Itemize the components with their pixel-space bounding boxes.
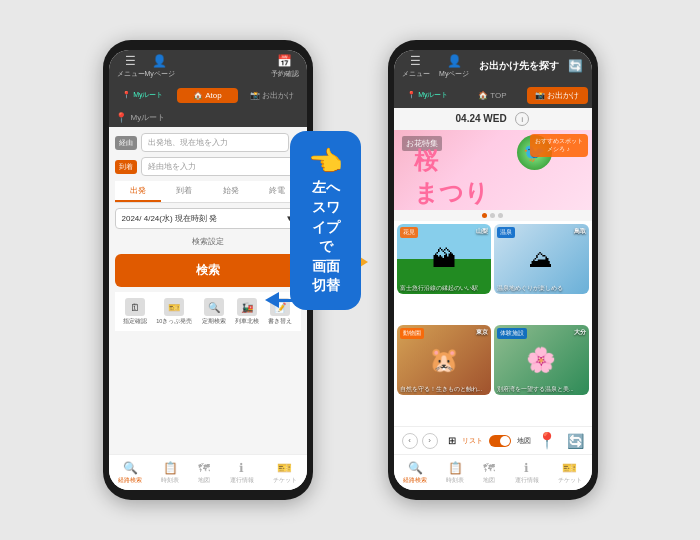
view-toggle-bar: ‹ › ⊞ リスト 地図 📍 🔄 xyxy=(394,426,592,454)
nav-map-right[interactable]: 🗺 地図 xyxy=(483,461,495,485)
to-row: 到着 経由地を入力 xyxy=(115,157,301,176)
right-content: お花特集 桜まつり 🐦 おすすめスポット メシろ ♪ xyxy=(394,130,592,454)
dep-tab-departure[interactable]: 出発 xyxy=(115,181,162,202)
right-phone: ☰ メニュー 👤 Myページ お出かけ先を探す 🔄 📍Myルート 🏠TOP xyxy=(388,40,598,500)
left-tab-bar: 📍Myルート 🏠Atop 📸お出かけ xyxy=(109,82,307,108)
dep-tab-first[interactable]: 始発 xyxy=(208,181,255,202)
mypage-icon-right[interactable]: 👤 Myページ xyxy=(439,54,469,79)
quick-icon-2[interactable]: 🔍 定期検索 xyxy=(202,298,226,325)
tab-myroute-left[interactable]: 📍Myルート xyxy=(113,87,174,103)
menu-icon-left[interactable]: ☰ メニュー xyxy=(117,54,145,79)
mypage-icon-left[interactable]: 👤 Myページ xyxy=(145,54,175,79)
card-desc-3: 別府湾を一望する温泉と美... xyxy=(497,386,586,393)
nav-chevrons: ‹ › xyxy=(402,433,438,449)
pin-icon: 📍 xyxy=(115,112,127,123)
map-pin-icon: 📍 xyxy=(537,431,557,450)
route-search-icon: 🔍 xyxy=(123,461,138,475)
nav-info-right[interactable]: ℹ 運行情報 xyxy=(515,461,539,485)
nav-route-right[interactable]: 🔍 経路検索 xyxy=(403,461,427,485)
quick-icon-3[interactable]: 🚂 列車北検 xyxy=(235,298,259,325)
card-desc-1: 温泉地めぐりが楽しめる xyxy=(497,285,586,292)
left-bottom-nav: 🔍 経路検索 📋 時刻表 🗺 地図 ℹ 運行情報 🎫 チケット xyxy=(109,454,307,490)
train-icon: 🚂 xyxy=(237,298,257,316)
nav-timetable-left[interactable]: 📋 時刻表 xyxy=(161,461,179,485)
arrow-area: 👈 左へスワイプで画面切替 xyxy=(333,240,368,300)
map-tab[interactable]: 地図 xyxy=(517,436,531,446)
right-screen: ☰ メニュー 👤 Myページ お出かけ先を探す 🔄 📍Myルート 🏠TOP xyxy=(394,50,592,490)
tab-top-right[interactable]: 🏠TOP xyxy=(462,88,523,103)
keiro-label: 経由 xyxy=(115,136,137,150)
search-icon: 🔍 xyxy=(204,298,224,316)
refresh-icon-2[interactable]: 🔄 xyxy=(567,433,584,449)
card-1[interactable]: ⛰ 温泉 鳥取 温泉地めぐりが楽しめる xyxy=(494,224,589,294)
card-region-1: 鳥取 xyxy=(574,227,586,236)
datetime-select[interactable]: 2024/ 4/24(水) 現在時刻 発 ▼ xyxy=(115,208,301,229)
nav-map-left[interactable]: 🗺 地図 xyxy=(198,461,210,485)
ticket-icon-right: 🎫 xyxy=(562,461,577,475)
chaku-label: 到着 xyxy=(115,160,137,174)
nav-ticket-left[interactable]: 🎫 チケット xyxy=(273,461,297,485)
refresh-icon[interactable]: 🔄 xyxy=(568,59,583,73)
left-screen: ☰ メニュー 👤 Myページ 📅 予約確認 📍Myルート xyxy=(109,50,307,490)
ticket-icon: 🎫 xyxy=(164,298,184,316)
info-icon-left: ℹ xyxy=(239,461,244,475)
tab-odekake-right[interactable]: 📸お出かけ xyxy=(527,87,588,104)
card-0[interactable]: 🏔 花見 山梨 富士急行沿線の縁起のいい駅 xyxy=(397,224,492,294)
info-icon-right: ℹ xyxy=(524,461,529,475)
from-row: 経由 出発地、現在地を入力 ⇅ xyxy=(115,133,301,152)
tab-odekake-left[interactable]: 📸お出かけ xyxy=(242,87,303,104)
date-bar: 04.24 WED i xyxy=(394,108,592,130)
card-3[interactable]: 🌸 体験施設 大分 別府湾を一望する温泉と美... xyxy=(494,325,589,395)
grid-icon: ⊞ xyxy=(448,435,456,446)
chevron-left[interactable]: ‹ xyxy=(402,433,418,449)
card-label-2: 動物園 xyxy=(400,328,424,339)
quick-icon-0[interactable]: 🗓 指定確認 xyxy=(123,298,147,325)
list-tab[interactable]: リスト xyxy=(462,436,483,446)
ticket-icon-left: 🎫 xyxy=(277,461,292,475)
card-desc-0: 富士急行沿線の縁起のいい駅 xyxy=(400,285,489,292)
nav-timetable-right[interactable]: 📋 時刻表 xyxy=(446,461,464,485)
timetable-icon: 📋 xyxy=(163,461,178,475)
info-icon-date[interactable]: i xyxy=(515,112,529,126)
menu-icon-right[interactable]: ☰ メニュー xyxy=(402,54,430,79)
nav-route-left[interactable]: 🔍 経路検索 xyxy=(118,461,142,485)
search-section: 経由 出発地、現在地を入力 ⇅ 到着 経由地を入力 出発 到着 始発 終電 20… xyxy=(109,127,307,454)
card-label-3: 体験施設 xyxy=(497,328,527,339)
card-region-2: 東京 xyxy=(476,328,488,337)
right-bottom-nav: 🔍 経路検索 📋 時刻表 🗺 地図 ℹ 運行情報 🎫 チケット xyxy=(394,454,592,490)
card-region-0: 山梨 xyxy=(476,227,488,236)
map-icon-left: 🗺 xyxy=(198,461,210,475)
toggle-knob xyxy=(500,436,510,446)
dep-tab-arrival[interactable]: 到着 xyxy=(161,181,208,202)
sakura-title: 桜まつり xyxy=(414,145,489,209)
card-grid: 🏔 花見 山梨 富士急行沿線の縁起のいい駅 ⛰ 温泉 鳥取 温泉地めぐりが楽しめ… xyxy=(394,221,592,426)
right-page-title: お出かけ先を探す xyxy=(479,59,559,73)
right-top-bar: ☰ メニュー 👤 Myページ お出かけ先を探す 🔄 xyxy=(394,50,592,82)
search-settings[interactable]: 検索設定 xyxy=(115,234,301,249)
banner-area: お花特集 桜まつり 🐦 おすすめスポット メシろ ♪ xyxy=(394,130,592,210)
tab-top-left[interactable]: 🏠Atop xyxy=(177,88,238,103)
carousel-dots xyxy=(394,210,592,221)
tab-myroute-right[interactable]: 📍Myルート xyxy=(398,87,459,103)
calendar-icon: 🗓 xyxy=(125,298,145,316)
swipe-hint-box: 👈 左へスワイプで画面切替 xyxy=(290,131,361,310)
main-scene: ☰ メニュー 👤 Myページ 📅 予約確認 📍Myルート xyxy=(0,0,700,540)
card-2[interactable]: 🐹 動物園 東京 自然を守る！生きものと触れ... xyxy=(397,325,492,395)
from-input[interactable]: 出発地、現在地を入力 xyxy=(141,133,289,152)
nav-ticket-right[interactable]: 🎫 チケット xyxy=(558,461,582,485)
quick-icon-1[interactable]: 🎫 10きっぷ発売 xyxy=(156,298,192,325)
nav-info-left[interactable]: ℹ 運行情報 xyxy=(230,461,254,485)
booking-icon[interactable]: 📅 予約確認 xyxy=(271,54,299,79)
card-label-0: 花見 xyxy=(400,227,418,238)
left-top-bar: ☰ メニュー 👤 Myページ 📅 予約確認 xyxy=(109,50,307,82)
view-toggle-switch[interactable] xyxy=(489,435,511,447)
search-button[interactable]: 検索 xyxy=(115,254,301,287)
dot-3 xyxy=(498,213,503,218)
departure-tabs: 出発 到着 始発 終電 xyxy=(115,181,301,203)
timetable-icon-right: 📋 xyxy=(448,461,463,475)
chevron-right[interactable]: › xyxy=(422,433,438,449)
banner-bg: お花特集 桜まつり 🐦 おすすめスポット メシろ ♪ xyxy=(394,130,592,210)
to-input[interactable]: 経由地を入力 xyxy=(141,157,301,176)
dot-2 xyxy=(490,213,495,218)
left-phone: ☰ メニュー 👤 Myページ 📅 予約確認 📍Myルート xyxy=(103,40,313,500)
